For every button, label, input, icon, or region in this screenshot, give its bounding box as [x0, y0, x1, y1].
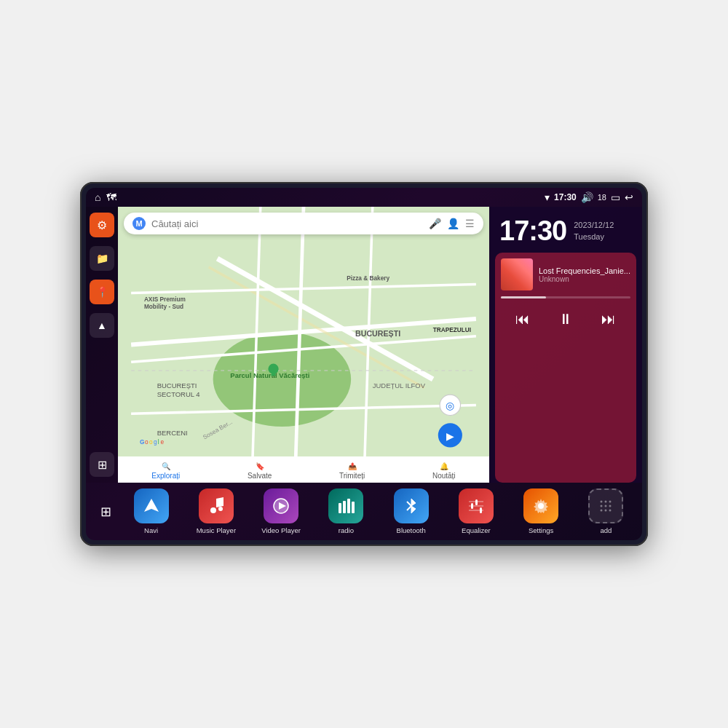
svg-text:g: g — [154, 438, 157, 446]
settings-icon — [531, 496, 551, 516]
app-equalizer[interactable]: Equalizer — [454, 488, 498, 534]
svg-rect-44 — [347, 499, 350, 513]
svg-text:SECTORUL 4: SECTORUL 4 — [157, 390, 200, 398]
grid-toggle-button[interactable]: ⊞ — [93, 499, 118, 524]
app-settings[interactable]: Settings — [519, 488, 563, 534]
map-send-tab[interactable]: 📤 Trimiteți — [339, 462, 365, 480]
svg-rect-43 — [343, 501, 346, 513]
battery-icon: ▭ — [611, 191, 620, 203]
map-bottom-bar: 🔍 Explorați 🔖 Salvate 📤 Trimiteți 🔔 Nout… — [118, 456, 489, 483]
radio-label: radio — [339, 526, 354, 534]
add-label: add — [600, 526, 612, 534]
explore-label: Explorați — [151, 472, 180, 480]
svg-point-60 — [609, 505, 612, 507]
map-explore-tab[interactable]: 🔍 Explorați — [151, 462, 180, 480]
svg-rect-42 — [339, 503, 341, 513]
map-saved-tab[interactable]: 🔖 Salvate — [248, 462, 272, 480]
maps-status-icon[interactable]: 🗺 — [106, 191, 116, 203]
app-bluetooth[interactable]: Bluetooth — [389, 488, 433, 534]
app-video-player[interactable]: Video Player — [259, 488, 303, 534]
svg-text:TRAPEZULUI: TRAPEZULUI — [433, 326, 471, 333]
svg-line-47 — [407, 506, 411, 510]
svg-text:BERCENI: BERCENI — [157, 429, 188, 437]
sidebar-files-icon[interactable]: 📁 — [90, 246, 114, 271]
next-button[interactable]: ⏭ — [596, 306, 622, 332]
prev-button[interactable]: ⏮ — [510, 306, 536, 332]
svg-text:Pizza & Bakery: Pizza & Bakery — [347, 274, 389, 282]
music-player-icon — [206, 496, 226, 516]
video-player-label: Video Player — [261, 526, 301, 534]
sidebar-grid-icon[interactable]: ⊞ — [90, 452, 114, 477]
map-news-tab[interactable]: 🔔 Noutăți — [432, 462, 456, 480]
send-icon: 📤 — [348, 462, 357, 470]
svg-text:G: G — [140, 438, 144, 446]
svg-text:▶: ▶ — [446, 430, 454, 442]
album-art-image — [501, 258, 533, 290]
app-radio[interactable]: radio — [324, 488, 368, 534]
video-player-icon — [271, 496, 291, 516]
navi-label: Navi — [144, 526, 158, 534]
equalizer-icon-box — [459, 488, 494, 523]
music-player-label: Music Player — [197, 526, 236, 534]
svg-marker-37 — [144, 499, 159, 512]
video-player-icon-box — [264, 488, 298, 523]
svg-text:o: o — [145, 438, 149, 446]
gear-icon: ⚙ — [97, 218, 107, 232]
app-music-player[interactable]: Music Player — [194, 488, 238, 534]
music-progress-bar[interactable] — [501, 296, 630, 298]
clock-time: 17:30 — [499, 215, 566, 247]
map-container[interactable]: AXIS Premium Mobility - Sud Pizza & Bake… — [118, 207, 489, 483]
equalizer-icon — [466, 496, 486, 516]
radio-icon — [336, 496, 356, 516]
account-icon[interactable]: 👤 — [447, 218, 459, 229]
sidebar-maps-icon[interactable]: 📍 — [90, 280, 114, 304]
svg-text:o: o — [149, 438, 153, 446]
svg-rect-52 — [475, 499, 478, 505]
svg-point-59 — [605, 505, 607, 507]
map-svg: AXIS Premium Mobility - Sud Pizza & Bake… — [118, 207, 489, 483]
svg-point-56 — [605, 501, 607, 503]
pause-button[interactable]: ⏸ — [553, 306, 579, 332]
music-album-art — [501, 258, 533, 290]
svg-rect-53 — [480, 507, 482, 513]
music-progress-fill — [501, 296, 546, 298]
map-search-bar[interactable]: M 🎤 👤 ☰ — [124, 213, 483, 234]
clock-date-area: 2023/12/12 Tuesday — [574, 220, 614, 242]
menu-icon[interactable]: ☰ — [465, 218, 475, 229]
mic-icon[interactable]: 🎤 — [429, 218, 441, 229]
settings-icon-box — [523, 488, 558, 523]
device-screen: ⌂ 🗺 ▾ 17:30 🔊 18 ▭ ↩ ⚙ 📁 📍 — [86, 188, 642, 540]
explore-icon: 🔍 — [162, 462, 170, 470]
nav-arrow-icon: ▲ — [97, 320, 107, 331]
add-icon-box — [588, 488, 623, 523]
sidebar-nav-icon[interactable]: ▲ — [90, 313, 114, 338]
sidebar-settings-icon[interactable]: ⚙ — [90, 213, 114, 237]
svg-point-63 — [609, 510, 612, 512]
app-navi[interactable]: Navi — [130, 488, 173, 534]
volume-icon: 🔊 — [581, 191, 593, 203]
svg-rect-51 — [471, 503, 473, 509]
status-bar-left: ⌂ 🗺 — [95, 191, 116, 203]
home-icon[interactable]: ⌂ — [95, 191, 100, 203]
music-text: Lost Frequencies_Janie... Unknown — [539, 266, 630, 283]
app-add[interactable]: add — [584, 488, 628, 534]
map-search-input[interactable] — [151, 218, 423, 229]
sidebar: ⚙ 📁 📍 ▲ ⊞ — [86, 207, 118, 483]
bluetooth-icon — [401, 496, 422, 516]
svg-point-55 — [601, 501, 603, 503]
status-bar: ⌂ 🗺 ▾ 17:30 🔊 18 ▭ ↩ — [86, 188, 642, 207]
send-label: Trimiteți — [339, 472, 365, 480]
music-player-icon-box — [199, 488, 234, 523]
svg-text:e: e — [160, 438, 164, 446]
status-time: 17:30 — [554, 192, 577, 202]
bluetooth-icon-box — [394, 488, 429, 523]
music-controls: ⏮ ⏸ ⏭ — [501, 303, 630, 335]
svg-text:M: M — [135, 219, 142, 228]
grid-toggle-icon: ⊞ — [100, 504, 111, 520]
back-icon[interactable]: ↩ — [625, 191, 633, 203]
navi-icon-box — [134, 488, 169, 523]
equalizer-label: Equalizer — [462, 526, 491, 534]
settings-label: Settings — [529, 526, 553, 534]
saved-icon: 🔖 — [256, 462, 264, 470]
location-icon: 📍 — [96, 286, 108, 298]
